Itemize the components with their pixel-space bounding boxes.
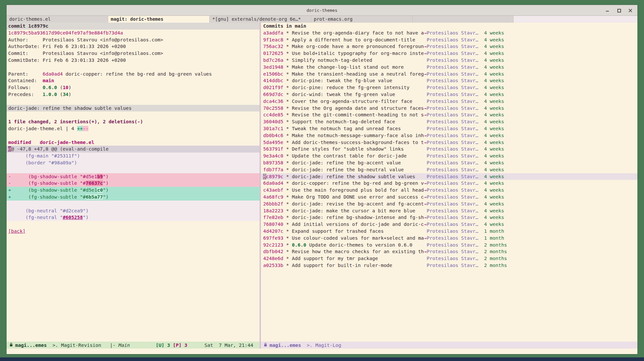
mode-line-inactive[interactable]: magi...emes >. Magit-Log (261, 342, 637, 349)
log-commit-row[interactable]: 301a7c1 * Tweak the notmuch tag and unre… (261, 125, 637, 132)
commit-parent-line[interactable]: Parent: 6da0ad4 doric-copper: refine the… (7, 71, 260, 78)
log-commit-row[interactable]: b897358 * doric-jade: refine the bg-acce… (261, 159, 637, 166)
log-commit-row[interactable]: 26bbb2f * doric-jade: revise the bg-acce… (261, 201, 637, 207)
column-gap (478, 214, 484, 221)
log-commit-row[interactable]: 563791f * Define styles for "subtle shad… (261, 146, 637, 153)
diffstat-file-line[interactable]: doric-jade-theme.el | 4 ++-- (7, 125, 260, 132)
tab-doric-themes-el[interactable]: doric-themes.el (7, 16, 108, 23)
text-segment: CommitDate: Fri Feb 6 23:01:33 2026 +020… (8, 58, 126, 63)
log-commit-row[interactable]: a02533b * Add support for built-in ruler… (261, 262, 637, 269)
text-segment: - (bg-shadow-subtle "#d5e1 (8, 174, 97, 179)
text-segment: + (bg-shadow-subtle "#d5e1 (8, 187, 97, 193)
commit-date: 4 weeks (484, 105, 504, 112)
graph-star: * (283, 125, 292, 132)
major-mode[interactable]: Magit-Log (315, 343, 341, 348)
diff-context-line[interactable] (7, 166, 260, 173)
column-gap (478, 248, 484, 255)
log-commit-row[interactable]: 5da495e * Add doric-themes-success-backg… (261, 139, 637, 146)
commit-contained-line[interactable]: Contained: main (7, 77, 260, 84)
column-gap (478, 132, 484, 139)
commit-precedes-line[interactable]: Precedes: 1.0.0 (34) (7, 91, 260, 98)
diff-context-line[interactable]: (bg-neutral "#d2cea9") (7, 207, 260, 214)
log-commit-row[interactable]: 4a68fc9 * Make Org TODO and DONE use err… (261, 194, 637, 201)
diffstat-summary[interactable]: 1 file changed, 2 insertions(+), 2 delet… (7, 118, 260, 125)
log-commit-row[interactable]: 92c2123 * 0.6.0 Update doric-themes to v… (261, 242, 637, 249)
log-commit-row[interactable]: d021f9f * doric-pine: reduce the fg-gree… (261, 84, 637, 91)
mode-line-active[interactable]: magi...emes >. Magit-Revision |- Main [U… (7, 342, 260, 349)
diff-context-line[interactable]: (fg-neutral "#605258") (7, 214, 260, 221)
diff-context-line[interactable] (7, 201, 260, 207)
branch-prefix: |- (110, 343, 115, 348)
log-commit-row[interactable]: 4d4207c * Expand support for trashed fac… (261, 228, 637, 235)
log-commit-row[interactable]: 756ac32 * Make org-code have a more pron… (261, 43, 637, 50)
log-commit-row[interactable]: e1506bc * Make the transient-heading use… (261, 71, 637, 78)
major-mode[interactable]: Magit-Revision (61, 343, 101, 348)
tab-magit-doric-themes[interactable]: magit: doric-themes (108, 16, 210, 23)
back-link[interactable]: [back] (7, 228, 260, 235)
branch-name[interactable]: Main (118, 343, 130, 348)
log-commit-row[interactable]: dbfb042 * Revise how the macro checks fo… (261, 248, 637, 255)
log-commit-row[interactable]: 3ed1948 * Make the change-log-list stand… (261, 64, 637, 71)
section-heading-commit[interactable]: commit 1c8979c (7, 23, 260, 30)
section-heading-message[interactable]: doric-jade: refine the shadow subtle val… (7, 105, 260, 112)
log-commit-row[interactable]: f7e82eb * doric-jade: refine bg-shadow-i… (261, 214, 637, 221)
log-commit-row[interactable]: 70c2558 * Revise the Org agenda date and… (261, 105, 637, 112)
hunk-heading[interactable]: @@ -47,8 +47,8 @@ (eval-and-compile (7, 146, 260, 153)
diff-added-line[interactable]: + (bg-shadow-subtle "#d5e1c0") (7, 187, 260, 194)
log-commit-row[interactable]: 7680740 * Add initial versions of doric-… (261, 221, 637, 228)
diff-context-line[interactable]: (fg-main "#25311f") (7, 153, 260, 159)
log-commit-row[interactable]: bd7c26a * Simplify notmuch-tag-deletedPr… (261, 57, 637, 64)
commit-message-text: Make Org TODO and DONE use error and suc… (292, 194, 424, 200)
commit-message-text: Make the transient-heading use a neutral… (292, 71, 424, 77)
commit-date: 4 weeks (484, 153, 504, 159)
log-commit-row[interactable]: 0172625 * Use bold+italic typography for… (261, 50, 637, 57)
log-commit-row[interactable]: dca4c36 * Cover the org-agenda-structure… (261, 98, 637, 105)
log-commit-row[interactable]: fdb7f7a * doric-jade: refine the bg-neut… (261, 166, 637, 173)
log-commit-row[interactable]: db0b4c6 * Make the notmuch-message-summa… (261, 132, 637, 139)
commit-hash: 70c2558 (263, 105, 283, 112)
buffer-line: Author: Protesilaos Stavrou <info@protes… (7, 36, 260, 43)
log-commit-row[interactable]: 9e3a4c0 * Update the contrast table for … (261, 153, 637, 159)
tab-prot-emacs-org[interactable]: prot-emacs.org (311, 16, 413, 23)
diff-added-line[interactable]: + (fg-shadow-subtle "#6b5a77") (7, 194, 260, 201)
diff-file-heading[interactable]: modified doric-jade-theme.el (7, 139, 260, 146)
diff-removed-line[interactable]: - (fg-shadow-subtle "#76637c") (7, 180, 260, 187)
commit-follows-line[interactable]: Follows: 0.6.0 (10) (7, 84, 260, 91)
log-commit-row[interactable]: 36040d5 * Support the notmuch-tag-delete… (261, 118, 637, 125)
commit-message: Add support for built-in ruler-mode (292, 262, 426, 269)
buffer-name[interactable]: magi...emes (269, 343, 301, 348)
commit-date: 4 weeks (484, 30, 504, 36)
commit-message: Add initial versions of doric-jade and d… (292, 221, 426, 228)
tab-gnu-externals-denote-org-6e[interactable]: *[gnu] externals/denote-org 6e…* (210, 16, 311, 23)
truncation-arrow-icon: → (424, 215, 427, 220)
log-commit-row[interactable]: 18a2223 * doric-jade: make the cursor a … (261, 207, 637, 214)
log-commit-row[interactable]: cc4de85 * Revise the git-commit-comment-… (261, 111, 637, 118)
log-commit-row[interactable]: 697fe93 * Use colour-coded values for ma… (261, 235, 637, 242)
emacs-frame: doric-themes doric-themes.elmagit: doric… (6, 5, 638, 354)
graph-star: * (283, 50, 292, 57)
commit-message-text: Update the contrast table for doric-jade (292, 153, 406, 158)
graph-star: * (283, 242, 292, 249)
column-gap (478, 194, 484, 201)
close-icon[interactable] (629, 9, 632, 12)
commit-author: Protesilaos Stavr… (427, 180, 478, 187)
log-commit-row[interactable]: c43aebf * Use the main foreground plus b… (261, 187, 637, 194)
minimize-icon[interactable] (606, 9, 609, 12)
log-commit-row[interactable]: 4248e6d * Add support for my tmr package… (261, 255, 637, 262)
commit-full-hash[interactable]: 1c8979c5ba93617d90ce04fe97af9e884fb73d4a (7, 30, 260, 36)
buffer-name[interactable]: magi...emes (15, 343, 47, 348)
log-commit-row[interactable]: 669d7dc * doric-wind: tweak the fg-green… (261, 91, 637, 98)
truncation-arrow-icon: → (424, 133, 427, 138)
log-commit-row[interactable]: 1c8979c * doric-jade: refine the shadow … (261, 173, 637, 180)
diff-context-line[interactable]: (border "#98a09a") (7, 159, 260, 166)
log-commit-row[interactable]: 6da0ad4 * doric-copper: refine the bg-re… (261, 180, 637, 187)
log-commit-row[interactable]: 414ddbc * doric-pine: tweak the fg-blue … (261, 77, 637, 84)
log-commit-row[interactable]: a3addfa * Revise the org-agenda-diary fa… (261, 30, 637, 36)
commit-message: Add doric-themes-success-background-face… (292, 139, 426, 146)
log-commit-row[interactable]: 9f1eac8 * Apply a different hue to org-d… (261, 36, 637, 43)
column-gap (478, 98, 484, 105)
echo-area[interactable] (7, 349, 637, 354)
diff-removed-line[interactable]: - (bg-shadow-subtle "#d5e1b9") (7, 173, 260, 180)
log-header[interactable]: Commits in main (261, 23, 637, 30)
maximize-icon[interactable] (617, 9, 621, 12)
